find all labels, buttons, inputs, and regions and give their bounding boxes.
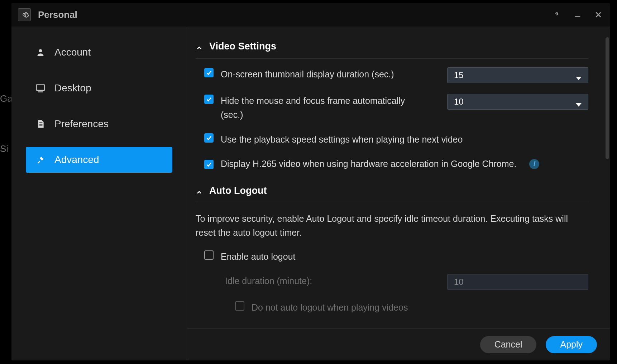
footer: Cancel Apply: [187, 328, 610, 360]
bg-text: Ga: [0, 93, 13, 104]
help-button[interactable]: [552, 10, 562, 20]
input-value: 10: [454, 277, 464, 287]
window-title: Personal: [38, 9, 545, 20]
titlebar: Personal: [11, 3, 610, 27]
section-auto-logout-header[interactable]: Auto Logout: [196, 182, 588, 203]
sidebar-item-label: Desktop: [54, 82, 91, 94]
h265-checkbox[interactable]: [204, 160, 214, 169]
scrollbar[interactable]: [606, 37, 609, 159]
sidebar: Account Desktop Preferences Advanced: [11, 27, 187, 360]
sidebar-item-advanced[interactable]: Advanced: [26, 147, 172, 173]
select-value: 10: [454, 97, 576, 107]
chevron-up-icon: [196, 187, 203, 195]
section-title: Auto Logout: [209, 185, 267, 196]
sidebar-item-label: Advanced: [54, 154, 99, 166]
caret-down-icon: [576, 72, 582, 78]
playback-speed-checkbox[interactable]: [204, 133, 214, 143]
monitor-icon: [35, 83, 46, 94]
content-scroll: Video Settings On-screen thumbnail displ…: [187, 27, 610, 328]
thumbnail-checkbox[interactable]: [204, 68, 214, 77]
caret-down-icon: [576, 99, 582, 105]
sidebar-item-desktop[interactable]: Desktop: [26, 75, 172, 101]
cancel-button[interactable]: Cancel: [480, 336, 537, 353]
idle-duration-input: 10: [447, 274, 588, 290]
idle-duration-label: Idle duration (minute):: [225, 274, 312, 288]
thumbnail-label: On-screen thumbnail display duration (se…: [221, 67, 394, 81]
info-icon[interactable]: i: [529, 159, 539, 169]
thumbnail-select[interactable]: 15: [447, 67, 588, 83]
hide-mouse-checkbox[interactable]: [204, 95, 214, 104]
minimize-button[interactable]: [573, 10, 583, 20]
hide-mouse-label: Hide the mouse and focus frame automatic…: [221, 94, 414, 122]
close-button[interactable]: [593, 10, 603, 20]
enable-auto-logout-label: Enable auto logout: [221, 250, 296, 264]
svg-rect-6: [39, 123, 43, 123]
no-logout-playing-label: Do not auto logout when playing videos: [252, 301, 408, 315]
svg-rect-7: [39, 124, 43, 125]
section-video-header[interactable]: Video Settings: [196, 37, 588, 59]
hide-mouse-select[interactable]: 10: [447, 94, 588, 110]
chevron-up-icon: [196, 43, 203, 50]
svg-rect-8: [39, 125, 43, 126]
svg-point-3: [39, 49, 42, 52]
apply-button[interactable]: Apply: [546, 336, 597, 353]
enable-auto-logout-checkbox[interactable]: [204, 250, 214, 260]
select-value: 15: [454, 70, 576, 80]
h265-label: Display H.265 video when using hardware …: [221, 157, 516, 171]
gear-icon: [18, 8, 31, 21]
document-icon: [35, 119, 46, 129]
person-icon: [35, 47, 46, 58]
playback-speed-label: Use the playback speed settings when pla…: [221, 133, 463, 147]
sidebar-item-account[interactable]: Account: [26, 39, 172, 65]
window-controls: [552, 10, 603, 20]
section-title: Video Settings: [209, 41, 276, 52]
auto-logout-description: To improve security, enable Auto Logout …: [196, 212, 588, 240]
settings-window: Personal Account: [11, 3, 610, 360]
sidebar-item-label: Account: [54, 47, 91, 58]
sidebar-item-preferences[interactable]: Preferences: [26, 111, 172, 137]
svg-rect-4: [36, 85, 44, 90]
no-logout-playing-checkbox: [235, 301, 244, 311]
tools-icon: [35, 154, 46, 165]
bg-text: Si: [0, 143, 8, 154]
sidebar-item-label: Preferences: [54, 118, 109, 130]
